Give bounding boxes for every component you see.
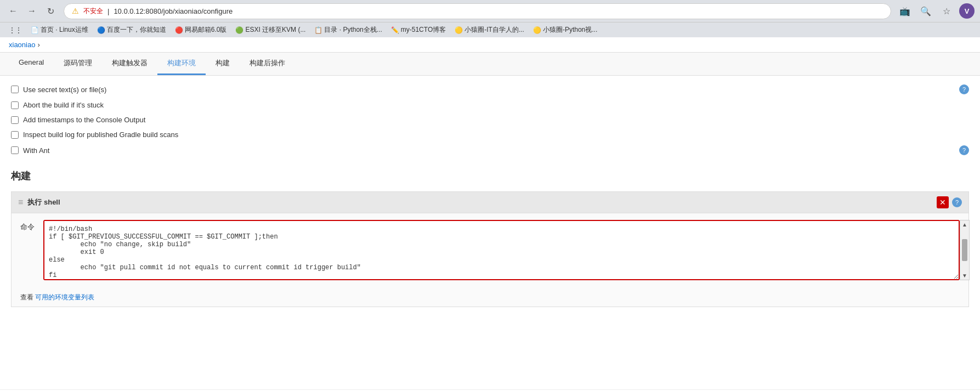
checkbox-2[interactable] — [11, 116, 19, 124]
breadcrumb-separator: › — [37, 41, 39, 49]
checkbox-row-4: With Ant ? — [11, 142, 969, 158]
address-bar[interactable]: ⚠ 不安全 | 10.0.0.12:8080/job/xiaoniao/conf… — [64, 3, 891, 19]
command-input-wrapper: #!/bin/bash if [ $GIT_PREVIOUS_SUCCESSFU… — [43, 220, 960, 282]
bookmark-4[interactable]: 📋 目录 · Python全栈... — [311, 24, 385, 36]
env-vars-link: 查看 可用的环境变量列表 — [20, 293, 960, 302]
tab-build-env[interactable]: 构建环境 — [157, 53, 206, 75]
bookmark-label-2: 网易邮箱6.0版 — [185, 25, 227, 35]
bookmark-label-7: 小猿圈-Python视... — [543, 25, 597, 35]
bookmark-icon-4: 📋 — [314, 26, 322, 34]
bookmark-icon-1: 🔵 — [97, 26, 105, 34]
apps-icon: ⋮⋮ — [9, 26, 22, 34]
scroll-thumb[interactable] — [962, 239, 967, 261]
bookmark-icon-5: ✏️ — [391, 26, 399, 34]
delete-shell-button[interactable]: ✕ — [937, 196, 949, 208]
bookmark-1[interactable]: 🔵 百度一下，你就知道 — [94, 24, 169, 36]
bookmark-6[interactable]: 🟡 小猿圈-IT自学人的... — [451, 24, 528, 36]
bookmark-label-5: my-51CTO博客 — [401, 25, 446, 35]
shell-panel-title: ≡ 执行 shell — [18, 197, 60, 207]
breadcrumb: xiaoniao › — [0, 37, 980, 53]
shell-panel-header: ≡ 执行 shell ✕ ? — [12, 192, 968, 213]
empty-area — [11, 313, 969, 378]
warning-icon: ⚠ — [72, 7, 79, 15]
bookmark-3[interactable]: 🟢 ESXI 迁移至KVM (... — [232, 24, 309, 36]
checkbox-1[interactable] — [11, 101, 19, 109]
tab-build[interactable]: 构建 — [206, 53, 240, 75]
forward-button[interactable]: → — [24, 3, 39, 19]
bookmark-icon-6: 🟡 — [455, 26, 463, 34]
browser-titlebar: ← → ↻ ⚠ 不安全 | 10.0.0.12:8080/job/xiaonia… — [0, 0, 980, 22]
bookmark-icon-3: 🟢 — [235, 26, 243, 34]
reload-button[interactable]: ↻ — [43, 3, 58, 19]
checkbox-3[interactable] — [11, 131, 19, 139]
command-textarea[interactable]: #!/bin/bash if [ $GIT_PREVIOUS_SUCCESSFU… — [43, 220, 960, 280]
bookmark-label-6: 小猿圈-IT自学人的... — [464, 25, 524, 35]
scroll-down-icon[interactable]: ▼ — [962, 273, 967, 279]
shell-panel-title-text: 执行 shell — [27, 197, 60, 207]
cast-button[interactable]: 📺 — [897, 3, 913, 19]
tab-trigger[interactable]: 构建触发器 — [102, 53, 157, 75]
command-label: 命令 — [20, 220, 37, 232]
checkbox-label-3: Inspect build log for published Gradle b… — [23, 131, 178, 139]
bookmark-apps[interactable]: ⋮⋮ — [5, 25, 25, 35]
env-vars-prefix: 查看 — [20, 293, 33, 301]
checkbox-row-1: Abort the build if it's stuck — [11, 98, 969, 112]
bookmark-button[interactable]: ☆ — [938, 3, 955, 19]
bookmark-icon-2: 🔴 — [175, 26, 183, 34]
tab-post-build[interactable]: 构建后操作 — [240, 53, 295, 75]
build-section: 构建 ≡ 执行 shell ✕ ? 命令 #!/bin/bash — [0, 164, 980, 389]
scroll-up-icon[interactable]: ▲ — [962, 222, 967, 228]
checkbox-label-2: Add timestamps to the Console Output — [23, 116, 145, 124]
url-text: 10.0.0.12:8080/job/xiaoniao/configure — [114, 7, 233, 15]
bookmarks-bar: ⋮⋮ 📄 首页 · Linux运维 🔵 百度一下，你就知道 🔴 网易邮箱6.0版… — [0, 22, 980, 37]
bookmark-7[interactable]: 🟡 小猿圈-Python视... — [530, 24, 601, 36]
bookmark-0[interactable]: 📄 首页 · Linux运维 — [27, 24, 92, 36]
shell-help-icon[interactable]: ? — [952, 197, 962, 207]
insecure-label: 不安全 — [83, 7, 103, 16]
tab-bar: General 源码管理 构建触发器 构建环境 构建 构建后操作 — [0, 53, 980, 76]
tab-general[interactable]: General — [9, 53, 54, 75]
checkbox-4[interactable] — [11, 146, 19, 154]
bookmark-icon-0: 📄 — [31, 26, 39, 34]
shell-panel-body: 命令 #!/bin/bash if [ $GIT_PREVIOUS_SUCCES… — [12, 213, 968, 288]
shell-panel: ≡ 执行 shell ✕ ? 命令 #!/bin/bash if [ $GIT_… — [11, 191, 969, 307]
help-icon-0[interactable]: ? — [959, 84, 969, 94]
nav-icons: ← → ↻ — [5, 3, 58, 19]
shell-panel-footer: 查看 可用的环境变量列表 — [12, 288, 968, 307]
tab-source[interactable]: 源码管理 — [54, 53, 102, 75]
browser-toolbar: 📺 🔍 ☆ V — [897, 3, 975, 19]
bookmark-label-4: 目录 · Python全栈... — [324, 25, 382, 35]
drag-handle-icon[interactable]: ≡ — [18, 197, 23, 207]
bookmark-label-1: 百度一下，你就知道 — [107, 25, 166, 35]
bookmark-icon-7: 🟡 — [533, 26, 541, 34]
user-avatar[interactable]: V — [959, 3, 975, 19]
checkbox-label-4: With Ant — [23, 146, 49, 155]
bookmark-label-0: 首页 · Linux运维 — [41, 25, 88, 35]
options-section: Use secret text(s) or file(s) ? Abort th… — [0, 76, 980, 164]
bookmark-5[interactable]: ✏️ my-51CTO博客 — [388, 24, 449, 36]
checkbox-row-2: Add timestamps to the Console Output — [11, 112, 969, 127]
help-icon-4[interactable]: ? — [959, 145, 969, 155]
breadcrumb-item-xiaoniao[interactable]: xiaoniao — [9, 41, 35, 49]
back-button[interactable]: ← — [5, 3, 21, 19]
checkbox-label-0: Use secret text(s) or file(s) — [23, 86, 106, 94]
bookmark-2[interactable]: 🔴 网易邮箱6.0版 — [172, 24, 230, 36]
url-separator: | — [107, 7, 109, 15]
checkbox-0[interactable] — [11, 86, 19, 93]
checkbox-label-1: Abort the build if it's stuck — [23, 101, 104, 109]
checkbox-row-3: Inspect build log for published Gradle b… — [11, 127, 969, 142]
build-section-title: 构建 — [11, 169, 969, 183]
scrollbar[interactable]: ▲ ▼ — [960, 220, 970, 280]
checkbox-row-0: Use secret text(s) or file(s) ? — [11, 81, 969, 98]
bookmark-label-3: ESXI 迁移至KVM (... — [245, 25, 305, 35]
browser-window: ← → ↻ ⚠ 不安全 | 10.0.0.12:8080/job/xiaonia… — [0, 0, 980, 391]
env-vars-anchor[interactable]: 可用的环境变量列表 — [35, 293, 94, 301]
search-button[interactable]: 🔍 — [917, 3, 934, 19]
